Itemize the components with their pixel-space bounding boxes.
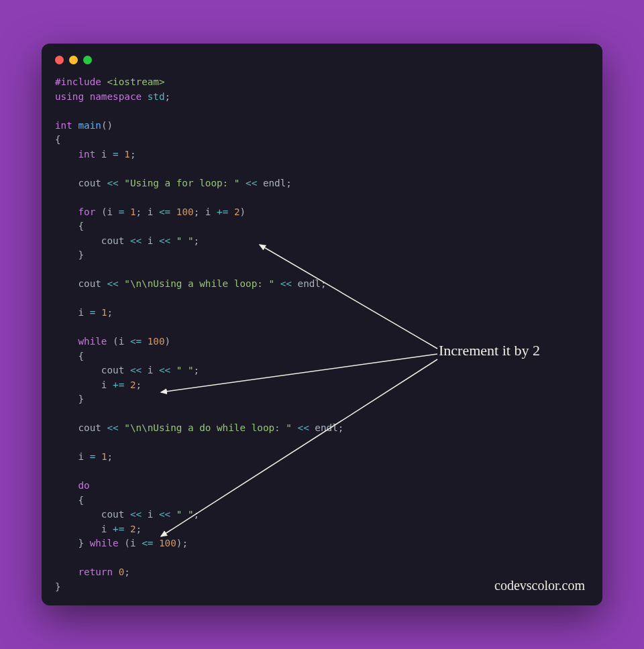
window-titlebar — [55, 56, 589, 64]
maximize-icon[interactable] — [83, 56, 92, 64]
watermark: codevscolor.com — [494, 578, 585, 593]
minimize-icon[interactable] — [69, 56, 78, 64]
annotation-label: Increment it by 2 — [439, 342, 540, 359]
close-icon[interactable] — [55, 56, 64, 64]
code-window: #include <iostream> using namespace std;… — [42, 44, 602, 605]
code-block: #include <iostream> using namespace std;… — [55, 75, 589, 594]
